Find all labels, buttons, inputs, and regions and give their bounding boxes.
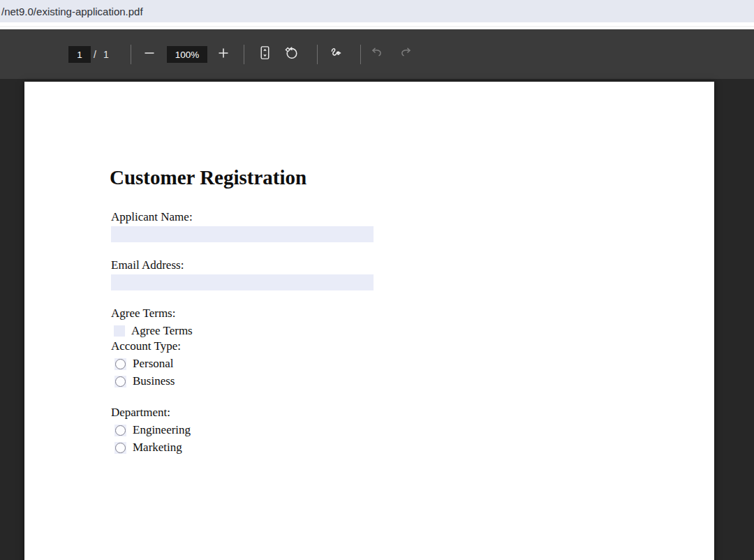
rotate-button[interactable] bbox=[283, 45, 300, 62]
department-label: Department: bbox=[111, 405, 170, 420]
toolbar-divider bbox=[317, 45, 318, 64]
tab-bar-divider bbox=[0, 22, 754, 29]
applicant-name-field[interactable] bbox=[111, 226, 374, 242]
applicant-name-label: Applicant Name: bbox=[111, 209, 193, 224]
business-radio[interactable] bbox=[114, 376, 126, 388]
fit-to-page-button[interactable] bbox=[256, 45, 273, 62]
rotate-icon bbox=[283, 45, 300, 64]
redo-button[interactable] bbox=[397, 45, 413, 62]
toolbar-divider bbox=[244, 45, 244, 64]
redo-icon bbox=[397, 45, 413, 63]
pdf-viewer-area: Customer Registration Applicant Name: Em… bbox=[0, 79, 754, 560]
page-number-input[interactable] bbox=[68, 46, 91, 63]
zoom-level-value[interactable]: 100% bbox=[167, 46, 207, 63]
agree-terms-option-label: Agree Terms bbox=[131, 324, 193, 338]
personal-radio[interactable] bbox=[114, 358, 126, 370]
radio-circle bbox=[115, 376, 126, 387]
page-separator: / bbox=[94, 49, 96, 60]
radio-circle bbox=[115, 359, 126, 369]
agree-terms-label: Agree Terms: bbox=[111, 306, 175, 320]
radio-circle bbox=[115, 443, 126, 453]
pdf-toolbar: / 1 100% bbox=[0, 29, 754, 79]
undo-icon bbox=[369, 45, 385, 63]
fit-to-page-icon bbox=[257, 45, 273, 63]
department-option-marketing: Marketing bbox=[114, 441, 182, 455]
account-type-option-business: Business bbox=[114, 374, 175, 388]
toolbar-divider bbox=[360, 45, 361, 64]
draw-ink-icon bbox=[329, 45, 346, 64]
personal-option-label: Personal bbox=[133, 357, 174, 371]
engineering-radio[interactable] bbox=[114, 425, 126, 436]
agree-terms-option: Agree Terms bbox=[114, 324, 193, 338]
minus-icon bbox=[142, 45, 157, 63]
toolbar-divider bbox=[131, 45, 131, 64]
marketing-option-label: Marketing bbox=[133, 441, 182, 455]
engineering-option-label: Engineering bbox=[133, 423, 191, 437]
business-option-label: Business bbox=[133, 374, 175, 388]
page-title: Customer Registration bbox=[110, 165, 306, 190]
agree-terms-checkbox[interactable] bbox=[114, 325, 125, 337]
email-address-label: Email Address: bbox=[111, 258, 184, 272]
pdf-page: Customer Registration Applicant Name: Em… bbox=[24, 82, 714, 560]
department-option-engineering: Engineering bbox=[114, 423, 191, 437]
account-type-label: Account Type: bbox=[111, 339, 181, 353]
zoom-out-button[interactable] bbox=[141, 45, 158, 62]
email-address-field[interactable] bbox=[111, 274, 374, 290]
radio-circle bbox=[115, 425, 126, 436]
pdf-file-path: /net9.0/existing-application.pdf bbox=[1, 6, 143, 17]
browser-window: /net9.0/existing-application.pdf / 1 100… bbox=[0, 0, 754, 560]
draw-button[interactable] bbox=[329, 45, 346, 62]
undo-button[interactable] bbox=[369, 45, 385, 62]
marketing-radio[interactable] bbox=[114, 442, 126, 454]
page-count: 1 bbox=[103, 49, 109, 60]
account-type-option-personal: Personal bbox=[114, 357, 174, 371]
tab-bar: /net9.0/existing-application.pdf bbox=[0, 0, 754, 22]
plus-icon bbox=[216, 45, 231, 63]
zoom-in-button[interactable] bbox=[215, 45, 232, 62]
